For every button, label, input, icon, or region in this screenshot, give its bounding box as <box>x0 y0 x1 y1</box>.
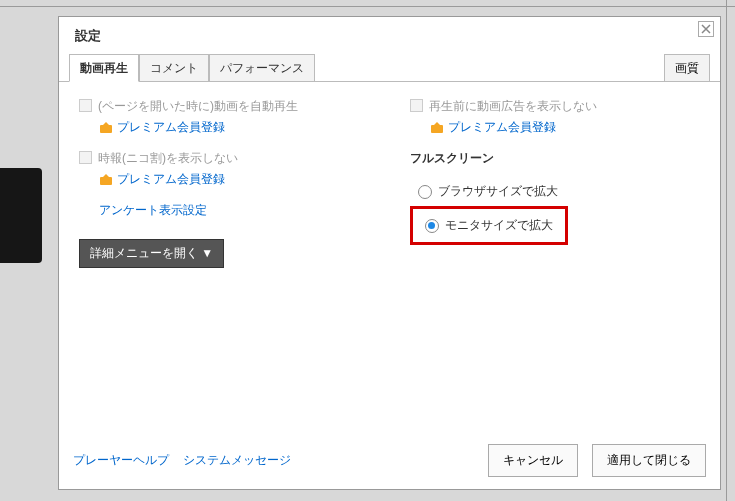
settings-dialog: 設定 動画再生 コメント パフォーマンス 画質 (ページを開いた時に)動画を自動… <box>58 16 721 490</box>
premium-icon <box>430 122 444 134</box>
dialog-title: 設定 <box>59 17 720 53</box>
svg-rect-0 <box>100 125 112 133</box>
system-message-link[interactable]: システムメッセージ <box>183 452 291 469</box>
nicowari-label: 時報(ニコ割)を表示しない <box>98 150 238 167</box>
premium-link-left-2[interactable]: プレミアム会員登録 <box>99 171 370 188</box>
premium-link-left-1[interactable]: プレミアム会員登録 <box>99 119 370 136</box>
svg-rect-1 <box>100 177 112 185</box>
tab-performance[interactable]: パフォーマンス <box>209 54 315 82</box>
svg-rect-2 <box>431 125 443 133</box>
radio-monitor-label: モニタサイズで拡大 <box>445 217 553 234</box>
noads-checkbox[interactable] <box>410 99 423 112</box>
radio-icon <box>418 185 432 199</box>
close-button[interactable] <box>698 21 714 37</box>
autoplay-checkbox[interactable] <box>79 99 92 112</box>
radio-icon <box>425 219 439 233</box>
fullscreen-heading: フルスクリーン <box>410 150 701 167</box>
cancel-button[interactable]: キャンセル <box>488 444 578 477</box>
survey-link[interactable]: アンケート表示設定 <box>99 202 207 219</box>
noads-row[interactable]: 再生前に動画広告を表示しない <box>410 98 701 115</box>
left-column: (ページを開いた時に)動画を自動再生 プレミアム会員登録 時報(ニコ割)を表示し… <box>79 98 370 434</box>
nicowari-checkbox[interactable] <box>79 151 92 164</box>
radio-browser-size[interactable]: ブラウザサイズで拡大 <box>410 177 701 206</box>
dialog-footer: プレーヤーヘルプ システムメッセージ キャンセル 適用して閉じる <box>59 434 720 489</box>
nicowari-row[interactable]: 時報(ニコ割)を表示しない <box>79 150 370 167</box>
premium-link-label: プレミアム会員登録 <box>117 119 225 136</box>
player-help-link[interactable]: プレーヤーヘルプ <box>73 452 169 469</box>
right-column: 再生前に動画広告を表示しない プレミアム会員登録 フルスクリーン ブラウザサイズ… <box>410 98 701 434</box>
premium-icon <box>99 122 113 134</box>
tab-comment[interactable]: コメント <box>139 54 209 82</box>
tab-quality[interactable]: 画質 <box>664 54 710 82</box>
highlight-box: モニタサイズで拡大 <box>410 206 568 245</box>
premium-link-label: プレミアム会員登録 <box>448 119 556 136</box>
apply-close-button[interactable]: 適用して閉じる <box>592 444 706 477</box>
detail-menu-button[interactable]: 詳細メニューを開く ▼ <box>79 239 224 268</box>
premium-icon <box>99 174 113 186</box>
autoplay-row[interactable]: (ページを開いた時に)動画を自動再生 <box>79 98 370 115</box>
noads-label: 再生前に動画広告を表示しない <box>429 98 597 115</box>
tab-video[interactable]: 動画再生 <box>69 54 139 82</box>
left-dark-strip <box>0 168 42 263</box>
autoplay-label: (ページを開いた時に)動画を自動再生 <box>98 98 298 115</box>
close-icon <box>701 24 711 34</box>
premium-link-right[interactable]: プレミアム会員登録 <box>430 119 701 136</box>
detail-menu-label: 詳細メニューを開く ▼ <box>90 245 213 262</box>
radio-monitor-size[interactable]: モニタサイズで拡大 <box>417 211 561 240</box>
premium-link-label: プレミアム会員登録 <box>117 171 225 188</box>
radio-browser-label: ブラウザサイズで拡大 <box>438 183 558 200</box>
tabs-row: 動画再生 コメント パフォーマンス 画質 <box>59 53 720 82</box>
